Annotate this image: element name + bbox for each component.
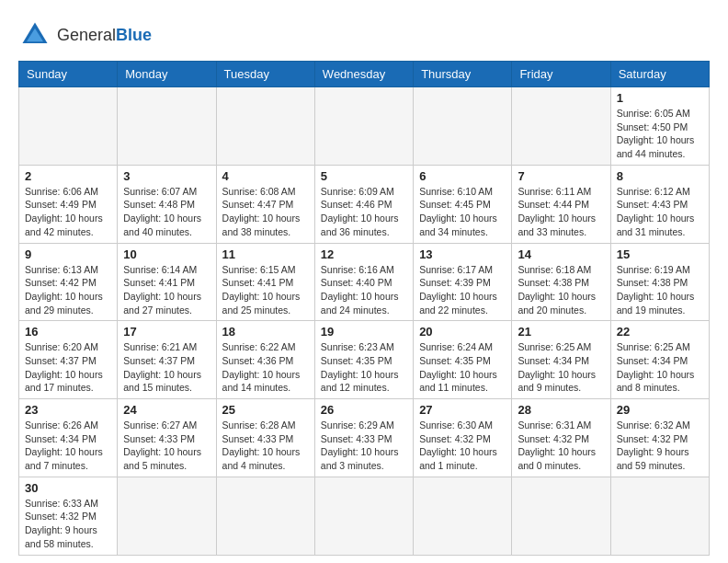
calendar-week-row: 30Sunrise: 6:33 AM Sunset: 4:32 PM Dayli…	[19, 477, 710, 555]
day-number: 26	[321, 403, 407, 417]
logo: GeneralBlue	[18, 18, 152, 52]
day-info: Sunrise: 6:24 AM Sunset: 4:35 PM Dayligh…	[419, 340, 506, 395]
calendar-table: SundayMondayTuesdayWednesdayThursdayFrid…	[18, 61, 710, 556]
calendar-cell: 11Sunrise: 6:15 AM Sunset: 4:41 PM Dayli…	[216, 243, 314, 321]
day-number: 19	[321, 325, 407, 339]
day-number: 16	[25, 325, 111, 339]
calendar-cell: 16Sunrise: 6:20 AM Sunset: 4:37 PM Dayli…	[19, 321, 118, 399]
calendar-cell: 21Sunrise: 6:25 AM Sunset: 4:34 PM Dayli…	[512, 321, 610, 399]
calendar-cell: 9Sunrise: 6:13 AM Sunset: 4:42 PM Daylig…	[19, 243, 118, 321]
day-info: Sunrise: 6:08 AM Sunset: 4:47 PM Dayligh…	[222, 185, 309, 239]
weekday-header: Saturday	[610, 62, 709, 87]
calendar-cell: 14Sunrise: 6:18 AM Sunset: 4:38 PM Dayli…	[512, 243, 610, 321]
weekday-header: Tuesday	[216, 62, 314, 87]
day-number: 4	[222, 169, 309, 183]
calendar-week-row: 23Sunrise: 6:26 AM Sunset: 4:34 PM Dayli…	[19, 399, 710, 477]
day-number: 30	[25, 481, 111, 495]
day-info: Sunrise: 6:28 AM Sunset: 4:33 PM Dayligh…	[222, 419, 309, 473]
calendar-cell: 6Sunrise: 6:10 AM Sunset: 4:45 PM Daylig…	[414, 165, 512, 243]
day-number: 21	[518, 325, 604, 339]
day-number: 11	[222, 247, 309, 261]
day-number: 8	[617, 169, 703, 183]
weekday-header: Friday	[512, 62, 610, 87]
calendar-cell: 8Sunrise: 6:12 AM Sunset: 4:43 PM Daylig…	[610, 165, 709, 243]
calendar-cell	[216, 87, 314, 166]
day-info: Sunrise: 6:25 AM Sunset: 4:34 PM Dayligh…	[518, 340, 604, 395]
calendar-cell: 27Sunrise: 6:30 AM Sunset: 4:32 PM Dayli…	[414, 399, 512, 477]
day-info: Sunrise: 6:20 AM Sunset: 4:37 PM Dayligh…	[25, 340, 111, 395]
day-number: 17	[123, 325, 210, 339]
day-number: 29	[617, 403, 703, 417]
day-info: Sunrise: 6:30 AM Sunset: 4:32 PM Dayligh…	[419, 419, 506, 473]
day-number: 1	[617, 91, 703, 105]
calendar-cell: 7Sunrise: 6:11 AM Sunset: 4:44 PM Daylig…	[512, 165, 610, 243]
calendar-week-row: 16Sunrise: 6:20 AM Sunset: 4:37 PM Dayli…	[19, 321, 710, 399]
day-info: Sunrise: 6:10 AM Sunset: 4:45 PM Dayligh…	[419, 185, 506, 239]
calendar-cell: 28Sunrise: 6:31 AM Sunset: 4:32 PM Dayli…	[512, 399, 610, 477]
calendar-cell: 4Sunrise: 6:08 AM Sunset: 4:47 PM Daylig…	[216, 165, 314, 243]
calendar-cell: 18Sunrise: 6:22 AM Sunset: 4:36 PM Dayli…	[216, 321, 314, 399]
day-info: Sunrise: 6:06 AM Sunset: 4:49 PM Dayligh…	[25, 185, 111, 239]
calendar-cell: 2Sunrise: 6:06 AM Sunset: 4:49 PM Daylig…	[19, 165, 118, 243]
weekday-header-row: SundayMondayTuesdayWednesdayThursdayFrid…	[19, 62, 710, 87]
logo-icon	[18, 18, 51, 52]
day-number: 13	[419, 247, 506, 261]
calendar-cell: 13Sunrise: 6:17 AM Sunset: 4:39 PM Dayli…	[414, 243, 512, 321]
day-info: Sunrise: 6:14 AM Sunset: 4:41 PM Dayligh…	[123, 263, 210, 317]
day-info: Sunrise: 6:18 AM Sunset: 4:38 PM Dayligh…	[518, 263, 604, 317]
day-info: Sunrise: 6:12 AM Sunset: 4:43 PM Dayligh…	[617, 185, 703, 239]
calendar-cell: 19Sunrise: 6:23 AM Sunset: 4:35 PM Dayli…	[314, 321, 413, 399]
calendar-cell: 15Sunrise: 6:19 AM Sunset: 4:38 PM Dayli…	[610, 243, 709, 321]
day-number: 22	[617, 325, 703, 339]
day-info: Sunrise: 6:33 AM Sunset: 4:32 PM Dayligh…	[25, 497, 111, 551]
day-number: 20	[419, 325, 506, 339]
day-number: 7	[518, 169, 604, 183]
day-number: 18	[222, 325, 309, 339]
calendar-week-row: 9Sunrise: 6:13 AM Sunset: 4:42 PM Daylig…	[19, 243, 710, 321]
day-info: Sunrise: 6:17 AM Sunset: 4:39 PM Dayligh…	[419, 263, 506, 317]
day-number: 12	[321, 247, 407, 261]
calendar-cell: 12Sunrise: 6:16 AM Sunset: 4:40 PM Dayli…	[314, 243, 413, 321]
day-number: 25	[222, 403, 309, 417]
calendar-cell: 26Sunrise: 6:29 AM Sunset: 4:33 PM Dayli…	[314, 399, 413, 477]
day-info: Sunrise: 6:31 AM Sunset: 4:32 PM Dayligh…	[518, 419, 604, 473]
day-number: 2	[25, 169, 111, 183]
day-number: 9	[25, 247, 111, 261]
calendar-cell	[118, 477, 216, 555]
page-header: GeneralBlue	[18, 18, 710, 52]
day-number: 14	[518, 247, 604, 261]
calendar-cell	[512, 477, 610, 555]
calendar-cell: 3Sunrise: 6:07 AM Sunset: 4:48 PM Daylig…	[118, 165, 216, 243]
day-info: Sunrise: 6:23 AM Sunset: 4:35 PM Dayligh…	[321, 340, 407, 395]
day-number: 27	[419, 403, 506, 417]
day-number: 6	[419, 169, 506, 183]
day-info: Sunrise: 6:21 AM Sunset: 4:37 PM Dayligh…	[123, 340, 210, 395]
day-info: Sunrise: 6:05 AM Sunset: 4:50 PM Dayligh…	[617, 107, 703, 161]
calendar-cell	[19, 87, 118, 166]
calendar-cell: 25Sunrise: 6:28 AM Sunset: 4:33 PM Dayli…	[216, 399, 314, 477]
calendar-cell: 1Sunrise: 6:05 AM Sunset: 4:50 PM Daylig…	[610, 87, 709, 166]
day-number: 3	[123, 169, 210, 183]
calendar-cell	[314, 477, 413, 555]
logo-text: GeneralBlue	[57, 26, 152, 45]
calendar-cell: 29Sunrise: 6:32 AM Sunset: 4:32 PM Dayli…	[610, 399, 709, 477]
calendar-cell: 5Sunrise: 6:09 AM Sunset: 4:46 PM Daylig…	[314, 165, 413, 243]
calendar-cell	[118, 87, 216, 166]
calendar-cell: 30Sunrise: 6:33 AM Sunset: 4:32 PM Dayli…	[19, 477, 118, 555]
day-number: 10	[123, 247, 210, 261]
day-number: 15	[617, 247, 703, 261]
calendar-cell	[512, 87, 610, 166]
calendar-cell	[414, 87, 512, 166]
day-info: Sunrise: 6:15 AM Sunset: 4:41 PM Dayligh…	[222, 263, 309, 317]
calendar-week-row: 1Sunrise: 6:05 AM Sunset: 4:50 PM Daylig…	[19, 87, 710, 166]
day-info: Sunrise: 6:11 AM Sunset: 4:44 PM Dayligh…	[518, 185, 604, 239]
day-number: 28	[518, 403, 604, 417]
day-info: Sunrise: 6:22 AM Sunset: 4:36 PM Dayligh…	[222, 340, 309, 395]
calendar-cell: 22Sunrise: 6:25 AM Sunset: 4:34 PM Dayli…	[610, 321, 709, 399]
calendar-cell: 10Sunrise: 6:14 AM Sunset: 4:41 PM Dayli…	[118, 243, 216, 321]
calendar-cell: 24Sunrise: 6:27 AM Sunset: 4:33 PM Dayli…	[118, 399, 216, 477]
calendar-cell: 17Sunrise: 6:21 AM Sunset: 4:37 PM Dayli…	[118, 321, 216, 399]
day-info: Sunrise: 6:27 AM Sunset: 4:33 PM Dayligh…	[123, 419, 210, 473]
calendar-cell	[314, 87, 413, 166]
weekday-header: Sunday	[19, 62, 118, 87]
